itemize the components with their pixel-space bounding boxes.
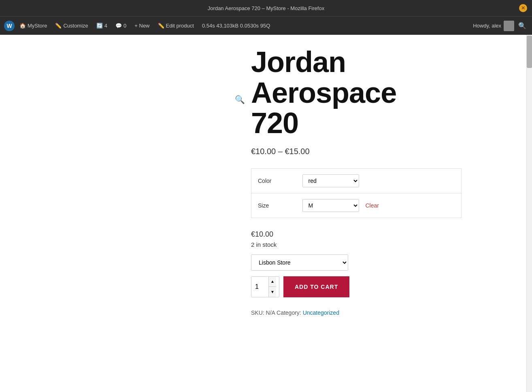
comments-link[interactable]: 💬 0 [112, 21, 130, 30]
new-link[interactable]: + New [131, 21, 153, 30]
quantity-down-button[interactable]: ▼ [269, 286, 276, 297]
scrollbar-thumb[interactable] [527, 36, 532, 68]
stock-status: 2 in stock [251, 241, 516, 248]
product-image-area: 🔍 [0, 35, 243, 392]
howdy-text: Howdy, alex [473, 23, 501, 29]
edit-icon: ✏️ [158, 23, 164, 29]
clear-link[interactable]: Clear [366, 202, 379, 209]
zoom-icon[interactable]: 🔍 [235, 95, 245, 104]
add-to-cart-row: ▲ ▼ ADD TO CART [251, 276, 516, 297]
updates-icon: 🔄 [96, 23, 103, 29]
perf-stats: 0.54s 43,103kB 0.0530s 95Q [199, 21, 273, 30]
size-label: Size [251, 193, 296, 218]
user-avatar[interactable] [504, 21, 514, 31]
updates-link[interactable]: 🔄 4 [93, 21, 111, 30]
product-title: Jordan Aerospace 720 [251, 47, 516, 139]
color-cell: red blue [296, 169, 462, 193]
admin-bar-right: Howdy, alex 🔍 [473, 20, 528, 31]
store-select[interactable]: Lisbon Store Porto Store [251, 254, 348, 271]
admin-bar: W 🏠 MyStore ✏️ Customize 🔄 4 💬 0 + New ✏… [0, 16, 532, 35]
page-scrollbar[interactable] [526, 35, 532, 392]
wp-logo[interactable]: W [4, 21, 15, 31]
add-to-cart-button[interactable]: ADD TO CART [283, 276, 349, 297]
color-select[interactable]: red blue [302, 174, 359, 187]
edit-product-link[interactable]: ✏️ Edit product [155, 21, 197, 30]
updates-count: 4 [104, 23, 107, 29]
mystore-label: MyStore [28, 23, 47, 29]
customize-icon: ✏️ [55, 23, 62, 29]
variations-table: Color red blue Size S M L [251, 168, 462, 218]
sku-value: N/A [266, 309, 275, 316]
size-select[interactable]: S M L XL [302, 199, 359, 212]
comments-count: 0 [123, 23, 126, 29]
quantity-input[interactable] [251, 277, 268, 297]
store-dropdown-wrap: Lisbon Store Porto Store [251, 254, 516, 271]
new-label: + New [134, 23, 149, 29]
mystore-link[interactable]: 🏠 MyStore [16, 21, 50, 30]
color-label: Color [251, 168, 296, 193]
quantity-wrapper: ▲ ▼ [251, 276, 279, 297]
comments-icon: 💬 [115, 23, 122, 29]
category-label: Category: [277, 309, 303, 316]
sku-label: SKU: [251, 309, 266, 316]
color-variation-row: Color red blue [251, 168, 462, 193]
customize-label: Customize [63, 23, 88, 29]
mystore-icon: 🏠 [19, 23, 26, 29]
variation-price: €10.00 [251, 230, 516, 239]
customize-link[interactable]: ✏️ Customize [52, 21, 91, 30]
product-meta: SKU: N/A Category: Uncategorized [251, 309, 516, 316]
category-link[interactable]: Uncategorized [303, 309, 339, 316]
quantity-spinners: ▲ ▼ [268, 277, 276, 297]
title-bar: Jordan Aerospace 720 – MyStore - Mozilla… [0, 0, 532, 16]
main-content: 🔍 Jordan Aerospace 720 €10.00 – €15.00 C… [0, 35, 532, 392]
close-button[interactable]: ✕ [519, 4, 527, 12]
size-variation-row: Size S M L XL Clear [251, 193, 462, 218]
product-detail: Jordan Aerospace 720 €10.00 – €15.00 Col… [243, 35, 532, 392]
size-cell: S M L XL Clear [296, 193, 462, 218]
search-icon[interactable]: 🔍 [517, 20, 528, 31]
product-price-range: €10.00 – €15.00 [251, 147, 516, 156]
window-title: Jordan Aerospace 720 – MyStore - Mozilla… [208, 5, 324, 11]
edit-label: Edit product [166, 23, 194, 29]
quantity-up-button[interactable]: ▲ [269, 277, 276, 287]
